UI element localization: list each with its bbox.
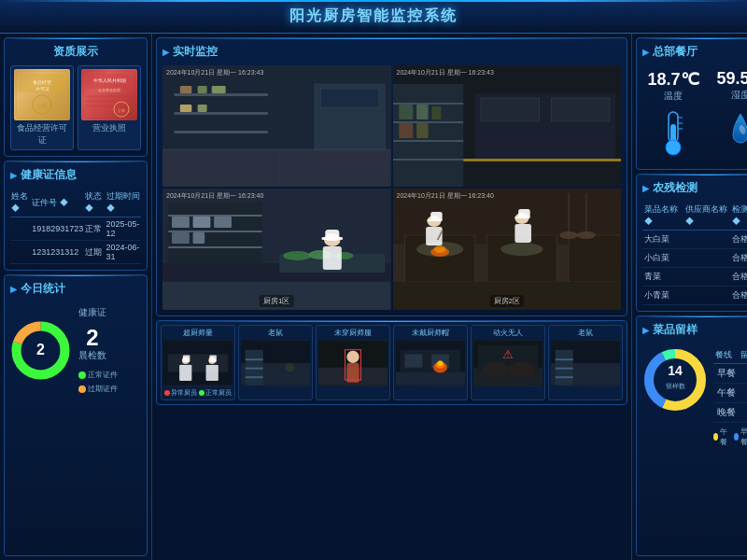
- pest-col-supplier: 供应商名称 ◆: [684, 202, 731, 231]
- ret-count-1: 5: [739, 364, 747, 384]
- pest-col-name: 菜品名称 ◆: [642, 202, 684, 231]
- svg-point-77: [433, 245, 445, 253]
- retention-section: 菜品留样 14 留样数: [636, 315, 747, 556]
- ai-label-1: 超厨师量: [163, 328, 233, 338]
- svg-rect-41: [431, 106, 441, 119]
- ret-meal-2: 午餐: [713, 384, 739, 403]
- svg-rect-38: [393, 159, 463, 161]
- health-col-status: 状态 ◆: [84, 189, 105, 217]
- today-section: 今日统计 2 健康证 2 晨检数: [4, 274, 148, 556]
- title-bar: 阳光厨房智能监控系统: [0, 0, 747, 34]
- svg-rect-42: [399, 123, 413, 138]
- record-count: 2: [78, 327, 106, 349]
- temperature-icon: [655, 110, 692, 157]
- health-status-1: 正常: [84, 217, 105, 241]
- svg-rect-11: [86, 100, 133, 103]
- svg-rect-29: [180, 105, 192, 112]
- svg-rect-35: [393, 103, 463, 105]
- ai-strip: 超厨师量: [161, 325, 623, 400]
- svg-rect-105: [246, 358, 263, 360]
- svg-text:14: 14: [668, 363, 683, 378]
- pest-row-3: 青菜 合格: [642, 268, 747, 287]
- svg-rect-100: [206, 365, 218, 381]
- health-title: 健康证信息: [10, 167, 141, 183]
- cert-item-2: 中华人民共和国 企业营业执照 公章 营业执照: [78, 65, 141, 150]
- retention-content: 14 留样数 餐线 留样数 早餐: [642, 343, 747, 451]
- cert-item-1: 食品经营 许可证 公章 食品经营许可证: [10, 65, 74, 150]
- ai-item-6: 老鼠: [548, 325, 623, 400]
- main-layout: 资质展示 食品经营 许可证 公章 食品经营许可证: [0, 34, 747, 560]
- cert-label-1: 食品经营许可证: [14, 122, 70, 147]
- stats-info: 健康证 2 晨检数 正常证件 过: [78, 306, 141, 394]
- svg-rect-19: [162, 149, 391, 187]
- pesticide-section: 农残检测 菜品名称 ◆ 供应商名称 ◆ 检测结果 ◆ 大白菜 合格: [636, 174, 747, 312]
- temperature-value: 18.7℃: [642, 69, 704, 90]
- legend-normal-label: 正常证件: [88, 370, 118, 380]
- cam-label-4: 厨房2区: [490, 295, 524, 307]
- ai-item-5: 动火无人 ⚠: [471, 325, 545, 400]
- ret-legend-1: 早餐: [734, 427, 747, 447]
- pest-supplier-3: [684, 268, 731, 287]
- svg-point-89: [559, 231, 578, 239]
- ai-dot-1-0: [164, 390, 170, 396]
- svg-point-104: [285, 363, 293, 371]
- svg-rect-27: [198, 86, 207, 93]
- svg-rect-40: [416, 105, 429, 119]
- svg-rect-66: [323, 246, 342, 270]
- pest-result-4: 合格: [730, 287, 747, 305]
- ret-legend-0: 午餐: [713, 427, 730, 447]
- svg-text:公章: 公章: [118, 108, 125, 113]
- retention-donut-chart: 14 留样数: [642, 347, 708, 413]
- cam-timestamp-2: 2024年10月21日 星期一 16:23:43: [397, 68, 494, 77]
- health-table: 姓名 ◆ 证件号 ◆ 状态 ◆ 过期时间 ◆ 19182931723 正常 20…: [10, 189, 141, 264]
- ai-legend-1: 异常厨员 正常厨员: [163, 388, 233, 398]
- ret-count-2: 8: [739, 384, 747, 403]
- ret-row-2: 午餐 8: [713, 384, 747, 403]
- svg-text:留样数: 留样数: [666, 383, 685, 389]
- monitor-section: 实时监控 2024年10月21日 星期一 16:23:43: [156, 37, 627, 316]
- ret-dot-0: [713, 433, 718, 441]
- retention-donut-container: 14 留样数: [642, 347, 708, 413]
- svg-rect-114: [396, 371, 465, 385]
- health-status-2: 过期: [84, 241, 105, 264]
- pest-result-2: 合格: [730, 249, 747, 268]
- camera-feed-4: 2024年10月21日 星期一 16:23:40 厨房2区: [393, 189, 622, 310]
- ret-col-meal: 餐线: [713, 347, 739, 364]
- health-row-2: 1231231312 过期 2024-06-31: [10, 241, 141, 264]
- svg-rect-107: [246, 376, 263, 378]
- pest-supplier-1: [684, 231, 731, 249]
- ret-row-1: 早餐 5: [713, 364, 747, 384]
- retention-table: 餐线 留样数 早餐 5 午餐 8: [713, 347, 747, 423]
- health-donut-chart: 2: [10, 320, 71, 381]
- svg-point-124: [482, 362, 508, 376]
- right-panel: 总部餐厅 18.7℃ 温度: [631, 34, 747, 560]
- health-col-id: 证件号 ◆: [31, 189, 84, 217]
- ret-count-3: 1: [739, 403, 747, 423]
- svg-rect-80: [427, 219, 442, 221]
- ai-label-6: 老鼠: [551, 328, 620, 338]
- health-section: 健康证信息 姓名 ◆ 证件号 ◆ 状态 ◆ 过期时间 ◆ 19182931723…: [4, 161, 148, 271]
- pest-row-2: 小白菜 合格: [642, 249, 747, 268]
- svg-rect-36: [393, 121, 463, 123]
- temperature-label: 温度: [642, 90, 704, 103]
- canteen-section: 总部餐厅 18.7℃ 温度: [636, 37, 747, 170]
- svg-rect-57: [172, 232, 190, 244]
- svg-rect-52: [168, 231, 261, 232]
- svg-rect-37: [393, 140, 463, 142]
- pest-result-3: 合格: [730, 268, 747, 287]
- ai-item-1: 超厨师量: [161, 325, 235, 400]
- svg-rect-116: [404, 355, 422, 368]
- ai-label-2: 老鼠: [241, 328, 310, 338]
- legend-expired: 过期证件: [78, 384, 118, 394]
- svg-rect-46: [481, 98, 540, 121]
- svg-rect-98: [209, 355, 217, 362]
- svg-rect-22: [175, 112, 268, 115]
- health-row-1: 19182931723 正常 2025-05-12: [10, 217, 141, 241]
- svg-rect-132: [556, 376, 573, 378]
- svg-text:中华人民共和国: 中华人民共和国: [93, 77, 126, 83]
- cam-label-3: 厨房1区: [260, 295, 293, 307]
- svg-rect-26: [180, 86, 192, 93]
- cam-timestamp-3: 2024年10月21日 星期一 16:23:40: [166, 191, 263, 201]
- ret-meal-1: 早餐: [713, 364, 739, 384]
- svg-rect-51: [168, 215, 261, 217]
